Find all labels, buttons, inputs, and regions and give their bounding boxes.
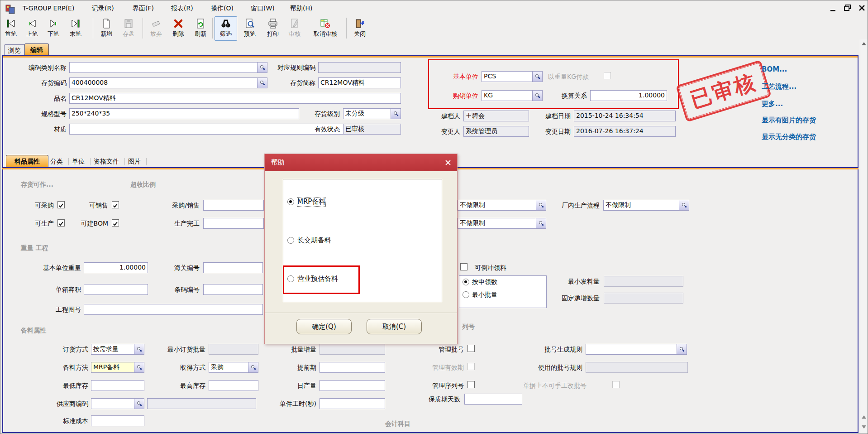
subtab-image[interactable]: 图片: [128, 157, 141, 165]
link-bom[interactable]: BOM...: [762, 65, 787, 73]
toolbar-first-record[interactable]: 首笔: [0, 17, 21, 39]
acquire-method-field[interactable]: 采购: [209, 362, 258, 373]
vertical-scrollbar[interactable]: [860, 39, 868, 434]
factory-flow-field[interactable]: 不做限制: [603, 200, 689, 211]
backflush-checkbox[interactable]: [460, 263, 467, 270]
batch-rule-field[interactable]: [586, 344, 687, 355]
subtab-qualification[interactable]: 资格文件: [94, 157, 119, 165]
order-method-field[interactable]: 按需求量: [91, 344, 144, 355]
minimize-icon[interactable]: [830, 5, 836, 14]
lookup-icon[interactable]: [248, 362, 258, 372]
lead-time-field[interactable]: [320, 362, 385, 373]
lookup-icon[interactable]: [257, 78, 267, 88]
lookup-icon[interactable]: [257, 63, 267, 72]
toolbar-delete[interactable]: 删除: [168, 17, 189, 39]
customs-code-field[interactable]: [203, 262, 263, 273]
subtab-unit[interactable]: 单位: [72, 157, 85, 165]
supplier-code-field[interactable]: [91, 398, 144, 409]
menu-report[interactable]: 报表(R): [171, 5, 193, 13]
purchase-sale-ratio-field[interactable]: [203, 200, 264, 211]
trade-unit-field[interactable]: KG: [482, 90, 543, 101]
base-unit-field[interactable]: PCS: [482, 71, 543, 82]
production-ratio-field[interactable]: [203, 218, 264, 229]
option-long-lead-radio[interactable]: [287, 237, 294, 244]
daily-output-field[interactable]: [320, 380, 385, 391]
max-stock-field[interactable]: [209, 380, 258, 391]
toolbar-last-record[interactable]: 末笔: [65, 17, 86, 39]
toolbar-new[interactable]: 新增: [96, 17, 117, 39]
toolbar-close-form[interactable]: 关闭: [349, 17, 370, 39]
box-volume-field[interactable]: [84, 284, 148, 295]
menu-help[interactable]: 帮助(H): [290, 5, 312, 13]
limit-field-2[interactable]: 不做限制: [458, 218, 546, 229]
tab-browse[interactable]: 浏览: [4, 44, 25, 56]
prep-method-field[interactable]: MRP备料: [91, 362, 144, 373]
level-field[interactable]: 未分级: [343, 108, 401, 119]
lookup-icon[interactable]: [532, 91, 542, 101]
lookup-icon[interactable]: [536, 218, 546, 228]
link-process-flow[interactable]: 工艺流程...: [762, 82, 796, 91]
unit-time-field[interactable]: [320, 398, 385, 409]
restore-icon[interactable]: [844, 5, 851, 13]
lookup-icon[interactable]: [134, 399, 144, 409]
menu-record[interactable]: 记录(R): [92, 5, 114, 13]
drawing-no-field[interactable]: [84, 304, 263, 315]
item-code-field[interactable]: 400400008: [69, 77, 267, 88]
dialog-cancel-button[interactable]: 取消(C): [367, 319, 422, 334]
menu-tgroup-erp[interactable]: T-GROUP ERP(E): [23, 5, 74, 12]
barcode-field[interactable]: [203, 284, 263, 295]
manage-batch-checkbox[interactable]: [467, 345, 475, 352]
conversion-field[interactable]: 1.00000: [590, 90, 667, 101]
dialog-close-icon[interactable]: [444, 159, 452, 168]
bom-allowed-checkbox[interactable]: [112, 219, 119, 227]
link-show-with-images[interactable]: 显示有图片的存货: [762, 116, 816, 125]
by-request-radio[interactable]: [463, 279, 469, 285]
purchasable-checkbox[interactable]: [57, 201, 65, 208]
lookup-icon[interactable]: [532, 72, 542, 82]
toolbar-print[interactable]: 打印: [262, 17, 283, 39]
spec-field[interactable]: 250*240*35: [69, 108, 299, 119]
lookup-icon[interactable]: [134, 362, 144, 372]
lookup-icon[interactable]: [536, 200, 546, 210]
option-long-lead-label[interactable]: 长交期备料: [297, 236, 331, 245]
link-show-uncategorized[interactable]: 显示无分类的存货: [762, 133, 816, 141]
subtab-item-attributes[interactable]: 料品属性: [6, 155, 48, 168]
option-mrp-radio[interactable]: [287, 198, 294, 205]
option-forecast-radio[interactable]: [287, 275, 294, 282]
producible-checkbox[interactable]: [57, 219, 65, 227]
close-icon[interactable]: [858, 5, 865, 13]
toolbar-cancel-audit[interactable]: 取消审核: [307, 17, 343, 39]
toolbar-filter[interactable]: 筛选: [215, 16, 237, 41]
tab-edit[interactable]: 编辑: [24, 43, 49, 56]
toolbar-refresh[interactable]: 刷新: [190, 17, 211, 39]
min-stock-field[interactable]: [91, 380, 144, 391]
base-weight-field[interactable]: 1.00000: [84, 262, 148, 273]
toolbar-prev-record[interactable]: 上笔: [22, 17, 43, 39]
option-mrp-label[interactable]: MRP备料: [297, 198, 325, 206]
toolbar-preview[interactable]: 预览: [239, 17, 260, 39]
std-cost-field[interactable]: [91, 415, 144, 426]
dialog-ok-button[interactable]: 确定(Q): [296, 319, 352, 334]
menu-operation[interactable]: 操作(O): [211, 5, 234, 13]
shelf-life-field[interactable]: [464, 394, 522, 405]
toolbar-next-record[interactable]: 下笔: [43, 17, 64, 39]
menu-window[interactable]: 窗口(W): [251, 5, 275, 13]
menu-interface[interactable]: 界面(F): [133, 5, 154, 13]
scroll-down-icon[interactable]: [862, 425, 866, 429]
item-abbr-field[interactable]: CR12MOV精料: [318, 77, 401, 88]
link-more[interactable]: 更多...: [762, 100, 783, 108]
scroll-up-icon[interactable]: [862, 42, 866, 45]
limit-field-1[interactable]: 不做限制: [458, 200, 546, 211]
lookup-icon[interactable]: [134, 344, 144, 354]
code-category-field[interactable]: [69, 62, 267, 73]
lookup-icon[interactable]: [679, 200, 689, 210]
scroll-up-icon-secondary[interactable]: [862, 415, 866, 419]
option-forecast-label[interactable]: 营业预估备料: [297, 275, 338, 283]
lookup-icon[interactable]: [677, 344, 687, 354]
item-name-field[interactable]: CR12MOV精料: [69, 93, 401, 104]
lookup-icon[interactable]: [391, 109, 401, 119]
subtab-category[interactable]: 分类: [50, 157, 63, 165]
min-batch-radio[interactable]: [463, 291, 469, 298]
manage-serial-checkbox[interactable]: [467, 381, 475, 388]
sellable-checkbox[interactable]: [112, 201, 119, 208]
